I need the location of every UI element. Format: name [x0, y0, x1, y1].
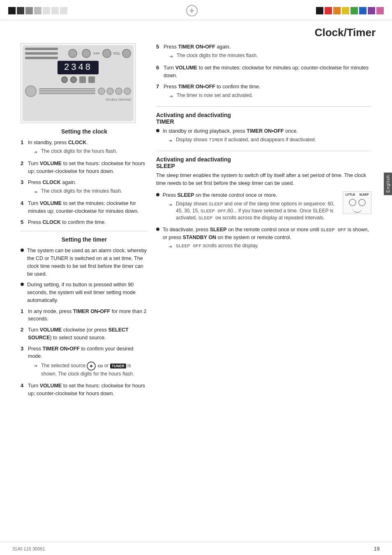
step-5-num: 5 [21, 219, 26, 225]
sleep-bullet-2: To deactivate, press SLEEP on the remote… [156, 226, 371, 251]
step-5: 5 Press CLOCK to confirm the time. [21, 219, 148, 226]
setting-clock-heading: Setting the clock [21, 128, 148, 135]
step-2-content: Turn VOLUME to set the hours: clockwise … [28, 160, 148, 175]
setting-timer-heading: Setting the timer [21, 236, 148, 243]
step-1-arrow: ➔ The clock digits for the hours flash. [34, 148, 148, 156]
right-step-7: 7 Press TIMER ON•OFF to confirm the time… [156, 83, 371, 101]
timer-step-3-arrow: ➔ The selected source CD or TUNER is sho… [34, 362, 148, 378]
page-title: Clock/Timer [315, 26, 376, 39]
bottom-bar: 3140 115 30091 19 [0, 542, 392, 555]
device-display: 2348 [58, 61, 99, 74]
timer-activate-heading: Activating and deactivating TIMER [156, 112, 371, 125]
sleep-section: Activating and deactivating SLEEP The sl… [156, 156, 371, 251]
sq-white [43, 7, 50, 14]
sleep-circle-1 [349, 199, 356, 206]
device-knob-4 [122, 49, 131, 58]
timer-step-3-num: 3 [21, 345, 26, 352]
step-2-num: 2 [21, 160, 26, 166]
device-knob-2 [82, 49, 91, 58]
sleep-bullet-dot-2 [156, 228, 159, 231]
right-step-5-content: Press TIMER ON•OFF again. ➔ The clock di… [164, 43, 371, 61]
step-4: 4 Turn VOLUME to set the minutes: clockw… [21, 200, 148, 215]
left-column: : ≡≡≡ VOL 2348 [21, 43, 148, 401]
bullet-dot-2 [21, 283, 24, 286]
sleep-image: LITTLE SLEEP [343, 191, 371, 214]
compass-icon: ✛ [186, 5, 198, 16]
sleep-bullet-1-content: LITTLE SLEEP Press SLEEP on the remote c… [163, 191, 371, 223]
timer-activate-arrow: ➔ Display shows TIMER if activated, and … [168, 136, 371, 144]
sleep-bullet-2-content: To deactivate, press SLEEP on the remote… [163, 226, 371, 251]
timer-activate-bullet: In standby or during playback, press TIM… [156, 127, 371, 145]
step-4-content: Turn VOLUME to set the minutes: clockwis… [28, 200, 148, 215]
sq-r-pink [376, 7, 384, 14]
sq-r-purple [368, 7, 375, 14]
timer-step-4-content: Turn VOLUME to set the hours: clockwise … [28, 382, 148, 398]
page-title-area: Clock/Timer [0, 20, 392, 41]
device-image: : ≡≡≡ VOL 2348 [21, 43, 136, 123]
timer-bullet-1-text: The system can be used as an alarm clock… [27, 247, 148, 278]
right-step-6-num: 6 [156, 64, 162, 71]
divider-3 [156, 151, 371, 151]
right-step-6: 6 Turn VOLUME to set the minutes: clockw… [156, 64, 371, 80]
sq-r-black [316, 7, 323, 14]
timer-step-2-content: Turn VOLUME clockwise (or press SELECT S… [28, 326, 148, 342]
sleep-arc [352, 207, 362, 213]
sleep-bullet-2-arrow: ➔ SLEEP OFF scrolls across the display. [168, 242, 371, 250]
right-step-5-num: 5 [156, 43, 162, 50]
step-3: 3 Press CLOCK again. ➔ The clock digits … [21, 179, 148, 196]
step-3-content: Press CLOCK again. ➔ The clock digits fo… [28, 179, 148, 196]
top-bar-center: ✛ [76, 5, 308, 16]
timer-bullet-2: During setting, if no button is pressed … [21, 281, 148, 304]
step-2: 2 Turn VOLUME to set the hours: clockwis… [21, 160, 148, 175]
timer-step-1-num: 1 [21, 308, 26, 314]
content-wrapper: English : [0, 41, 392, 409]
top-bar: ✛ [0, 0, 392, 20]
sleep-heading: Activating and deactivating SLEEP [156, 156, 371, 169]
little-label: LITTLE [346, 193, 355, 197]
sleep-bullet-dot-1 [156, 193, 159, 196]
right-step-7-num: 7 [156, 83, 162, 90]
sq-white2 [51, 7, 59, 14]
sleep-intro: The sleep timer enables the system to sw… [156, 172, 371, 187]
step-1-content: In standby, press CLOCK. ➔ The clock dig… [28, 139, 148, 157]
bullet-dot-1 [21, 249, 24, 252]
timer-step-1-content: In any mode, press TIMER ON•OFF for more… [28, 308, 148, 323]
sleep-circle-2 [358, 199, 366, 206]
timer-activate-dot [156, 129, 159, 132]
right-step-5-arrow: ➔ The clock digits for the minutes flash… [169, 52, 371, 60]
timer-step-2-num: 2 [21, 326, 26, 333]
language-tab: English [384, 173, 392, 195]
document-number: 3140 115 30091 [12, 546, 45, 551]
step-3-num: 3 [21, 179, 26, 185]
tuner-badge: TUNER [110, 364, 126, 368]
sq-gray [25, 7, 33, 14]
sq-dark [17, 7, 24, 14]
sq-r-blue [359, 7, 367, 14]
sq-black [8, 7, 16, 14]
right-column: 5 Press TIMER ON•OFF again. ➔ The clock … [156, 43, 371, 401]
sq-light [34, 7, 42, 14]
device-knob-1 [68, 49, 77, 58]
step-1-num: 1 [21, 139, 26, 145]
divider-2 [156, 106, 371, 107]
timer-step-3: 3 Press TIMER ON•OFF to confirm your des… [21, 345, 148, 379]
right-step-5: 5 Press TIMER ON•OFF again. ➔ The clock … [156, 43, 371, 61]
sleep-circles [349, 199, 366, 206]
sq-r-yellow [342, 7, 349, 14]
timer-step-4-num: 4 [21, 382, 26, 389]
device-knob-3 [102, 49, 111, 58]
sleep-label: SLEEP [359, 193, 369, 197]
sq-r-green [350, 7, 358, 14]
right-steps-continued: 5 Press TIMER ON•OFF again. ➔ The clock … [156, 43, 371, 101]
timer-step-4: 4 Turn VOLUME to set the hours: clockwis… [21, 382, 148, 398]
timer-step-2: 2 Turn VOLUME clockwise (or press SELECT… [21, 326, 148, 342]
step-4-num: 4 [21, 200, 26, 206]
divider-1 [21, 231, 148, 231]
main-content: : ≡≡≡ VOL 2348 [8, 41, 384, 409]
sleep-labels: LITTLE SLEEP [346, 193, 369, 197]
right-step-7-arrow: ➔ The timer is now set and activated. [169, 92, 371, 100]
sleep-bullet-1: LITTLE SLEEP Press SLEEP on the remote c… [156, 191, 371, 223]
sq-r-red [325, 7, 332, 14]
step-3-arrow: ➔ The clock digits for the minutes flash… [34, 188, 148, 196]
sq-r-orange [333, 7, 341, 14]
